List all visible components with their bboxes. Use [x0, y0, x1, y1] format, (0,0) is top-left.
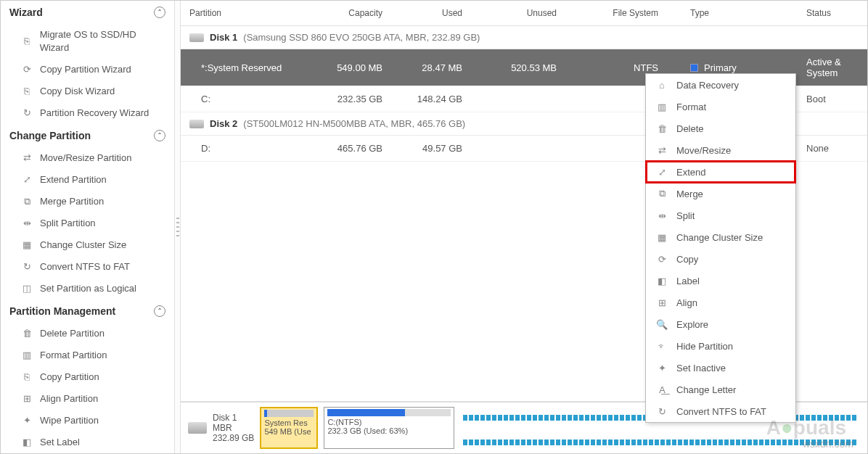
sidebar-item[interactable]: ⊞Align Partition	[1, 388, 174, 410]
menu-item-label: Copy	[676, 254, 698, 265]
sidebar-item[interactable]: ↻Partition Recovery Wizard	[1, 102, 174, 124]
sidebar-item-label: Set Partition as Logical	[40, 282, 136, 295]
context-menu-item[interactable]: ⟳Copy	[646, 248, 795, 270]
menu-item-icon: A͟	[656, 384, 668, 395]
cell-status: None	[798, 136, 867, 161]
context-menu-item[interactable]: ◧Label	[646, 270, 795, 292]
map-block2-line1: C:(NTFS)	[327, 418, 451, 426]
context-menu-item[interactable]: ⤢Extend	[646, 161, 795, 183]
menu-item-label: Change Cluster Size	[676, 232, 763, 243]
sidebar-item-label: Delete Partition	[40, 327, 105, 340]
cell-status: Active & System	[798, 49, 867, 86]
menu-item-label: Convert NTFS to FAT	[676, 406, 766, 417]
sidebar-item-icon: ⇄	[21, 152, 33, 164]
sidebar-item[interactable]: ▦Change Cluster Size	[1, 234, 174, 256]
table-header: Partition Capacity Used Unused File Syst…	[181, 1, 867, 26]
sidebar-item[interactable]: ◧Set Label	[1, 432, 174, 453]
context-menu-item[interactable]: ⧉Merge	[646, 183, 795, 205]
menu-item-icon: ⤢	[656, 166, 668, 178]
chevron-up-icon: ˆ	[154, 7, 165, 18]
menu-item-icon: ⌂	[656, 79, 668, 91]
th-type[interactable]: Type	[667, 1, 798, 25]
context-menu-item[interactable]: ⇹Split	[646, 205, 795, 226]
context-menu-item[interactable]: ▦Change Cluster Size	[646, 226, 795, 248]
sidebar-item-icon: ⎘	[21, 86, 33, 97]
cell-used: 28.47 MB	[391, 55, 471, 81]
sidebar-item[interactable]: ⇹Split Partition	[1, 212, 174, 234]
footer-disk-name: Disk 1	[213, 413, 254, 423]
context-menu-item[interactable]: A͟Change Letter	[646, 379, 795, 400]
sidebar-item[interactable]: ◫Set Partition as Logical	[1, 278, 174, 300]
th-filesystem[interactable]: File System	[565, 1, 667, 25]
sidebar-item[interactable]: ↻Convert NTFS to FAT	[1, 256, 174, 278]
map-block1-line1: System Res	[264, 418, 314, 427]
map-block2-line2: 232.3 GB (Used: 63%)	[327, 426, 451, 435]
menu-item-label: Label	[676, 276, 700, 286]
sidebar-item[interactable]: ▥Format Partition	[1, 344, 174, 366]
th-capacity[interactable]: Capacity	[304, 1, 391, 25]
sidebar-group-header[interactable]: Wizardˆ	[1, 1, 174, 24]
context-menu-item[interactable]: ⇄Move/Resize	[646, 139, 795, 161]
sidebar-item[interactable]: ✦Wipe Partition	[1, 410, 174, 432]
context-menu-item[interactable]: 🔍Explore	[646, 313, 795, 335]
context-menu-item[interactable]: ⌂Data Recovery	[646, 74, 795, 96]
sidebar-item-icon: ⊞	[21, 393, 33, 405]
sidebar-item[interactable]: 🗑Delete Partition	[1, 323, 174, 344]
disk-name: Disk 1	[210, 32, 237, 43]
menu-item-icon: ✦	[656, 362, 668, 373]
menu-item-icon: ⇄	[656, 144, 668, 156]
context-menu-item[interactable]: 🗑Delete	[646, 117, 795, 139]
disk-info: (Samsung SSD 860 EVO 250GB ATA, MBR, 232…	[243, 32, 480, 43]
sidebar-item-label: Change Cluster Size	[40, 239, 126, 252]
splitter[interactable]	[175, 1, 181, 453]
disk-icon	[188, 422, 207, 434]
watermark-source: wsxdn.com	[803, 438, 853, 450]
disk-name: Disk 2	[210, 118, 237, 129]
sidebar-item[interactable]: ⤢Extend Partition	[1, 169, 174, 191]
th-status[interactable]: Status	[798, 1, 867, 25]
menu-item-icon: 🗑	[656, 123, 668, 134]
context-menu-item[interactable]: ᯤHide Partition	[646, 335, 795, 357]
th-partition[interactable]: Partition	[181, 1, 304, 25]
menu-item-label: Change Letter	[676, 384, 736, 395]
disk-info: (ST500LM012 HN-M500MBB ATA, MBR, 465.76 …	[243, 118, 465, 129]
menu-item-icon: ⧉	[656, 188, 668, 199]
sidebar-item[interactable]: ⎘Copy Partition	[1, 366, 174, 388]
sidebar-item-label: Wipe Partition	[40, 414, 99, 427]
chevron-up-icon: ˆ	[154, 130, 165, 141]
menu-item-label: Explore	[676, 319, 708, 330]
sidebar-item-icon: ▦	[21, 239, 33, 251]
menu-item-icon: ⇹	[656, 210, 668, 221]
sidebar-group-header[interactable]: Change Partitionˆ	[1, 124, 174, 147]
sidebar-item[interactable]: ⇄Move/Resize Partition	[1, 147, 174, 169]
sidebar-group-header[interactable]: Partition Managementˆ	[1, 300, 174, 323]
sidebar-item-icon: ✦	[21, 415, 33, 426]
sidebar-item-icon: ⧉	[21, 196, 33, 207]
menu-item-icon: ↻	[656, 405, 668, 417]
sidebar-item-icon: ⤢	[21, 174, 33, 186]
map-block-system-reserved[interactable]: System Res 549 MB (Use	[260, 407, 318, 449]
cell-partition: D:	[181, 136, 304, 161]
sidebar-item-icon: ⎘	[21, 371, 33, 383]
th-used[interactable]: Used	[391, 1, 471, 25]
disk-row[interactable]: Disk 1 (Samsung SSD 860 EVO 250GB ATA, M…	[181, 26, 867, 49]
th-unused[interactable]: Unused	[471, 1, 565, 25]
sidebar-item[interactable]: ⎘Migrate OS to SSD/HD Wizard	[1, 24, 174, 59]
context-menu-item[interactable]: ✦Set Inactive	[646, 357, 795, 379]
sidebar-item-label: Copy Partition Wizard	[40, 63, 131, 76]
context-menu-item[interactable]: ⊞Align	[646, 292, 795, 313]
cell-capacity: 232.35 GB	[304, 86, 391, 112]
cell-capacity: 465.76 GB	[304, 136, 391, 161]
context-menu-item[interactable]: ▥Format	[646, 96, 795, 117]
menu-item-icon: ◧	[656, 275, 668, 286]
map-block1-line2: 549 MB (Use	[264, 427, 314, 436]
sidebar-item-label: Format Partition	[40, 349, 107, 362]
cell-status: Boot	[798, 86, 867, 112]
sidebar: Wizardˆ⎘Migrate OS to SSD/HD Wizard⟳Copy…	[1, 1, 175, 453]
sidebar-item[interactable]: ⎘Copy Disk Wizard	[1, 81, 174, 102]
map-block-c[interactable]: C:(NTFS) 232.3 GB (Used: 63%)	[324, 407, 454, 449]
sidebar-item-icon: ⎘	[21, 36, 33, 47]
disk-icon	[189, 120, 204, 128]
sidebar-item[interactable]: ⧉Merge Partition	[1, 191, 174, 212]
sidebar-item[interactable]: ⟳Copy Partition Wizard	[1, 59, 174, 81]
